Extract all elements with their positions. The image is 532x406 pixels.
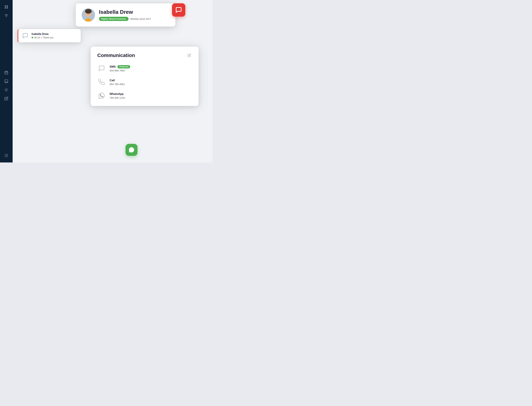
sms-details: SMS Preferred 404 898 7894 [110,65,192,72]
profile-name: Isabella Drew [99,9,169,15]
svg-point-19 [6,156,7,157]
sidebar-icon-notes[interactable] [3,95,10,102]
sidebar-icon-filter[interactable] [3,12,10,19]
sms-label: SMS [110,65,116,68]
profile-badges: Highly Valued Customer Member since 2017 [99,17,169,21]
profile-card: Isabella Drew Highly Valued Customer Mem… [76,3,175,27]
svg-point-17 [7,155,8,156]
whatsapp-item: WhatsApp 789 456 1234 [97,91,192,100]
member-since: Member since 2017 [130,18,151,20]
svg-rect-4 [5,71,8,74]
valued-customer-badge: Highly Valued Customer [99,17,128,21]
sms-icon [97,64,106,73]
svg-point-14 [7,154,8,155]
whatsapp-icon [97,91,106,100]
svg-rect-0 [5,6,6,7]
svg-point-11 [6,89,7,90]
chat-contact-name: Isabella Drew [32,33,77,36]
sidebar [0,0,13,162]
message-button[interactable] [172,3,185,17]
comm-title: Communication [97,52,135,58]
svg-point-26 [87,13,88,14]
svg-rect-8 [6,73,6,73]
chat-message-preview: Thank you [43,36,53,39]
sidebar-icon-apps[interactable] [3,152,10,159]
svg-rect-9 [7,73,7,73]
chat-bubble-icon [21,32,29,39]
sidebar-icon-inbox[interactable] [3,78,10,85]
svg-point-16 [6,155,7,156]
svg-rect-3 [7,7,8,8]
avatar [82,8,95,22]
sidebar-icon-settings[interactable] [3,86,10,94]
whatsapp-details: WhatsApp 789 456 1234 [110,92,192,99]
chat-status-row: 00.23 | Thank you [32,36,77,39]
call-label-row: Call [110,79,192,82]
whatsapp-fab[interactable] [126,144,137,156]
communication-card: Communication SMS Preferred 404 89 [91,46,199,106]
main-area: Isabella Drew 00.23 | Thank you [13,0,213,162]
whatsapp-label-row: WhatsApp [110,92,192,96]
profile-info: Isabella Drew Highly Valued Customer Mem… [99,9,169,21]
svg-point-27 [89,13,90,14]
chat-item-card[interactable]: Isabella Drew 00.23 | Thank you [18,29,81,42]
sms-label-row: SMS Preferred [110,65,192,68]
call-number: 564 789 4561 [110,83,192,86]
sms-item: SMS Preferred 404 898 7894 [97,64,192,73]
whatsapp-label: WhatsApp [110,92,124,96]
call-label: Call [110,79,115,82]
svg-point-25 [85,9,92,14]
svg-point-15 [5,155,6,156]
svg-point-18 [5,156,6,157]
chat-time: 00.23 [34,36,40,39]
edit-icon[interactable] [187,53,192,58]
online-status-dot [32,37,33,38]
svg-point-12 [5,154,6,155]
chat-separator: | [41,36,42,39]
sidebar-icon-calendar[interactable] [3,69,10,76]
svg-rect-1 [7,6,8,7]
svg-point-13 [6,154,7,155]
comm-header: Communication [97,52,192,58]
preferred-badge: Preferred [117,65,130,68]
svg-point-20 [7,156,8,157]
sms-number: 404 898 7894 [110,69,192,72]
call-item: Call 564 789 4561 [97,78,192,86]
call-details: Call 564 789 4561 [110,79,192,86]
whatsapp-number: 789 456 1234 [110,96,192,99]
svg-rect-2 [5,7,6,8]
chat-info: Isabella Drew 00.23 | Thank you [32,33,77,39]
sidebar-icon-dashboard[interactable] [3,3,10,11]
call-icon [97,78,106,86]
